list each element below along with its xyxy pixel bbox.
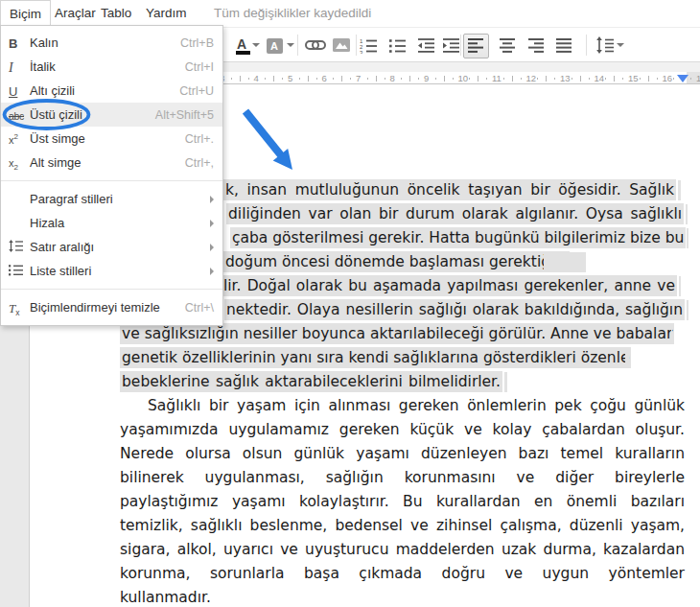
underline-icon: U — [9, 82, 30, 100]
menu-item-label: Biçimlendirmeyi temizle — [30, 300, 185, 315]
ruler-tick — [512, 76, 513, 82]
increase-indent-icon — [442, 36, 460, 54]
menu-item--st-izili[interactable]: abcÜstü çiziliAlt+Shift+5 — [1, 103, 222, 127]
menu-item-label: Üst simge — [30, 131, 185, 146]
toolbar-separator — [297, 35, 298, 56]
increase-indent-button[interactable] — [442, 36, 460, 58]
menu-item-label: Satır aralığı — [30, 240, 222, 254]
superscript-icon: x2 — [9, 130, 30, 148]
submenu-arrow-icon — [210, 268, 214, 275]
line-spacing-button[interactable] — [596, 36, 615, 58]
doc-text: kullanmadır. — [120, 589, 211, 606]
doc-text: ve sağlıksızlığın nesiller boyunca aktar… — [120, 323, 674, 344]
ruler-tick — [401, 78, 402, 80]
align-justify-button[interactable] — [556, 36, 572, 58]
ruler-tick — [572, 78, 572, 80]
list-styles-icon — [9, 263, 30, 280]
ruler-tick — [554, 78, 555, 80]
submenu-arrow-icon — [210, 220, 214, 227]
selection-tail — [687, 228, 688, 248]
align-right-button[interactable] — [528, 36, 545, 58]
ruler-number: 5 — [288, 73, 292, 83]
align-left-icon — [468, 36, 484, 54]
highlight-color-button[interactable]: A — [267, 36, 286, 59]
svg-text:3: 3 — [360, 50, 363, 54]
ruler-number: 16 — [663, 73, 673, 83]
ruler-number: 9 — [424, 73, 429, 83]
ruler-tick — [299, 78, 300, 80]
menu-item-bi-imlendirmeyi-temizle[interactable]: TxBiçimlendirmeyi temizleCtrl+\ — [1, 295, 222, 319]
menu-item-sat-r-aral-[interactable]: Satır aralığı — [1, 235, 222, 259]
ruler-tick — [231, 78, 232, 80]
doc-text-line: doğum öncesi dönemde başlaması gerektiği… — [223, 250, 542, 274]
ruler-tick — [409, 76, 410, 82]
menu-item-shortcut: Ctrl+\ — [185, 301, 222, 315]
menu-item--st-simge[interactable]: x2Üst simgeCtrl+. — [1, 127, 222, 151]
ruler-number: 7 — [356, 73, 361, 83]
align-center-button[interactable] — [500, 36, 516, 58]
menu-item-label: Üstü çizili — [30, 107, 155, 122]
ruler-tick — [333, 78, 334, 80]
ruler-tick — [580, 76, 581, 82]
menu-item-kal-n[interactable]: BKalınCtrl+B — [1, 31, 222, 55]
right-indent-marker[interactable] — [677, 75, 688, 82]
submenu-arrow-icon — [210, 196, 214, 203]
ruler-tick — [503, 78, 504, 80]
menu-item-liste-stilleri[interactable]: Liste stilleri — [1, 259, 222, 283]
selection-tail — [544, 252, 586, 272]
line-spacing-icon — [9, 239, 30, 256]
menu-separator — [1, 289, 222, 290]
ruler-number: 6 — [322, 73, 327, 83]
align-left-button[interactable] — [468, 36, 484, 58]
ruler-number: 8 — [390, 73, 395, 83]
numbered-list-button[interactable]: 123 — [360, 36, 378, 58]
menubar-item-biçim[interactable]: Biçim — [0, 0, 51, 27]
menu-item-hizala[interactable]: Hizala — [1, 211, 222, 235]
ruler-tick — [486, 78, 487, 80]
ruler-tick — [308, 76, 309, 82]
insert-image-button[interactable] — [333, 36, 351, 58]
menubar-item-yardım[interactable]: Yardım — [137, 0, 196, 27]
ruler-number: 14 — [595, 73, 605, 83]
menu-item-label: İtalik — [30, 59, 185, 74]
menu-item-shortcut: Ctrl+I — [185, 60, 222, 74]
highlight-color-icon: A — [267, 36, 286, 56]
menu-item-paragraf-stilleri[interactable]: Paragraf stilleri — [1, 187, 222, 211]
doc-text: nektedir. Olaya nesillerin sağlığı olara… — [224, 299, 685, 320]
ruler-tick — [435, 78, 436, 80]
italic-icon: I — [9, 58, 30, 76]
ruler-tick — [444, 76, 445, 82]
selection-tail — [686, 204, 688, 224]
ruler-tick — [248, 78, 249, 80]
doc-text-line: k, insan mutluluğunun öncelik taşıyan bi… — [223, 178, 676, 202]
menu-item-i-talik[interactable]: IİtalikCtrl+I — [1, 55, 222, 79]
svg-text:A: A — [270, 40, 278, 52]
bulleted-list-icon — [388, 36, 407, 54]
numbered-list-icon: 123 — [360, 36, 378, 54]
highlight-color-dropdown-caret[interactable] — [287, 43, 294, 47]
menu-item-label: Liste stilleri — [30, 264, 222, 278]
bulleted-list-button[interactable] — [388, 36, 407, 58]
doc-text: lir. Doğal olarak bu aşamada yapılması g… — [222, 275, 677, 296]
menu-item-alt-simge[interactable]: x2Alt simgeCtrl+, — [1, 151, 222, 175]
text-color-dropdown-caret[interactable] — [252, 43, 260, 47]
selection-tail — [504, 372, 507, 392]
ruler-tick — [341, 76, 342, 82]
ruler-tick — [605, 78, 606, 80]
line-spacing-dropdown-caret[interactable] — [617, 43, 624, 47]
menu-item-shortcut: Ctrl+U — [179, 84, 222, 98]
menubar-item-tablo[interactable]: Tablo — [92, 0, 140, 27]
ruler-tick — [418, 78, 419, 80]
menu-item-label: Kalın — [30, 35, 180, 50]
text-color-button[interactable]: A — [236, 36, 255, 59]
decrease-indent-button[interactable] — [417, 36, 435, 58]
insert-link-button[interactable] — [305, 36, 326, 58]
menu-item-shortcut: Ctrl+, — [185, 156, 222, 170]
clear-formatting-icon: Tx — [9, 299, 30, 316]
menu-item-alt-izili[interactable]: UAltı çiziliCtrl+U — [1, 79, 222, 103]
decrease-indent-icon — [417, 36, 435, 54]
ruler-number: 4 — [254, 73, 259, 83]
ruler-tick — [673, 78, 674, 80]
doc-text: diliğinden var olan bir durum olarak alg… — [226, 203, 684, 224]
strikethrough-icon: abc — [9, 106, 30, 124]
